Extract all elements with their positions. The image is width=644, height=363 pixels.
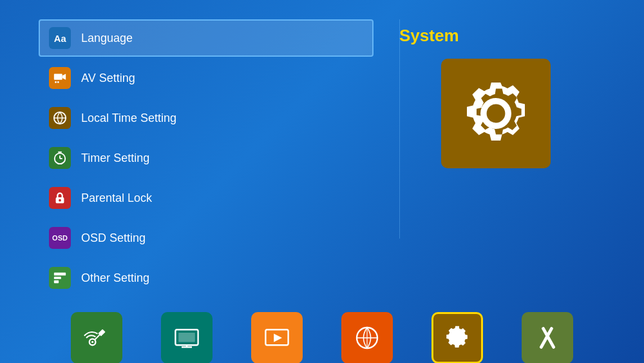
svg-point-12 xyxy=(59,199,61,202)
nav-icon-internet[interactable] xyxy=(341,312,393,363)
timer-label: Timer Setting xyxy=(81,152,149,165)
satellite-icon xyxy=(81,322,112,353)
language-icon: Aa xyxy=(49,27,71,49)
timer-icon xyxy=(49,147,71,169)
menu-item-local-time[interactable]: Local Time Setting xyxy=(39,99,374,137)
main-container: Aa Language AV Setting xyxy=(0,0,644,363)
system-title: System xyxy=(399,26,459,46)
av-setting-label: AV Setting xyxy=(81,72,135,85)
right-panel: System xyxy=(374,19,605,297)
local-time-icon xyxy=(49,107,71,129)
osd-icon: OSD xyxy=(49,227,71,249)
svg-rect-15 xyxy=(54,280,59,284)
menu-item-osd[interactable]: OSD OSD Setting xyxy=(39,219,374,257)
system-icon-box xyxy=(441,59,551,168)
vertical-divider xyxy=(399,19,400,239)
svg-marker-25 xyxy=(274,334,282,342)
system-gear-icon xyxy=(457,75,535,152)
bottom-nav xyxy=(0,303,644,363)
svg-point-17 xyxy=(91,341,93,343)
tools-icon xyxy=(532,322,563,353)
nav-icon-media[interactable] xyxy=(251,312,303,363)
nav-icon-tv[interactable] xyxy=(161,312,213,363)
nav-icon-satellite[interactable] xyxy=(71,312,122,363)
nav-icon-tools[interactable] xyxy=(522,312,573,363)
menu-item-other[interactable]: Other Setting xyxy=(39,259,374,297)
av-setting-icon xyxy=(49,67,71,89)
svg-rect-14 xyxy=(54,277,61,279)
other-setting-label: Other Setting xyxy=(81,271,149,285)
menu-item-timer[interactable]: Timer Setting xyxy=(39,139,374,177)
svg-rect-23 xyxy=(178,333,195,342)
parental-lock-icon xyxy=(49,187,71,209)
osd-label: OSD Setting xyxy=(81,231,146,245)
language-label: Language xyxy=(81,32,133,45)
media-icon xyxy=(261,322,292,353)
svg-marker-2 xyxy=(62,74,66,80)
menu-item-parental-lock[interactable]: Parental Lock xyxy=(39,179,374,217)
svg-rect-13 xyxy=(54,273,66,276)
content-area: Aa Language AV Setting xyxy=(0,0,644,303)
nav-system-gear-icon xyxy=(442,322,473,353)
globe-icon xyxy=(352,322,383,353)
tv-icon xyxy=(171,322,202,353)
svg-point-4 xyxy=(57,81,59,83)
menu-item-language[interactable]: Aa Language xyxy=(39,19,374,57)
nav-icon-system[interactable] xyxy=(431,312,483,363)
svg-text:Aa: Aa xyxy=(54,34,67,44)
other-setting-icon xyxy=(49,267,71,289)
menu-panel: Aa Language AV Setting xyxy=(39,19,374,297)
local-time-label: Local Time Setting xyxy=(81,112,176,125)
menu-item-av-setting[interactable]: AV Setting xyxy=(39,59,374,97)
svg-rect-1 xyxy=(54,74,62,80)
svg-point-3 xyxy=(55,81,57,83)
parental-lock-label: Parental Lock xyxy=(81,191,152,205)
